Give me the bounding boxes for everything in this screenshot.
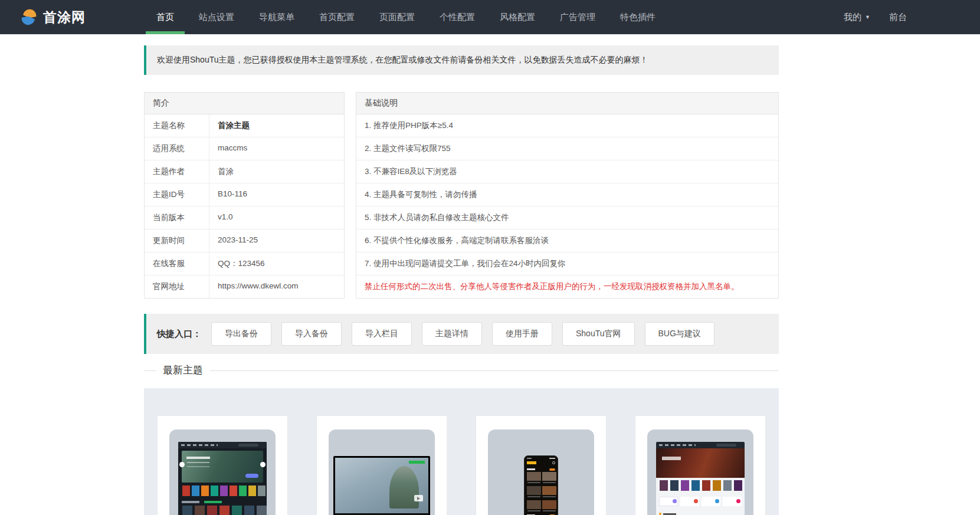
preview-video-player <box>333 456 430 515</box>
row-label: 主题名称 <box>145 114 209 137</box>
row-label: 在线客服 <box>145 252 209 275</box>
video-scene <box>335 458 428 513</box>
preview-section-label <box>182 501 199 503</box>
nav-item-page-config[interactable]: 页面配置 <box>367 0 427 34</box>
theme-card-video-player[interactable] <box>317 416 447 515</box>
table-row: 主题作者 首涂 <box>145 160 344 183</box>
row-value: v1.0 <box>209 206 241 229</box>
preview-menu-dashes <box>659 444 696 446</box>
preview-screenshot <box>329 429 435 515</box>
list-item: 7. 使用中出现问题请提交工单，我们会在24小时内回复你 <box>356 252 778 275</box>
carousel-dot <box>179 462 185 467</box>
preview-screenshot <box>656 442 745 515</box>
preview-poster-strip <box>182 486 263 497</box>
theme-card-light-desktop[interactable] <box>635 416 765 515</box>
list-item: 4. 主题具备可复制性，请勿传播 <box>356 183 778 206</box>
list-item: 2. 主题文件读写权限755 <box>356 137 778 160</box>
table-row: 官网地址 https://www.dkewl.com <box>145 275 344 298</box>
import-backup-button[interactable]: 导入备份 <box>281 322 342 346</box>
table-row: 主题ID号 B10-116 <box>145 183 344 206</box>
row-value: 2023-11-25 <box>209 229 266 252</box>
navbar-right: 我的 ▼ 前台 <box>834 0 916 34</box>
preview-search-pill <box>716 444 736 447</box>
theme-card-mobile-dark[interactable] <box>476 416 606 515</box>
table-row: 在线客服 QQ：123456 <box>145 252 344 275</box>
poster-thumbs <box>660 480 668 491</box>
divider-line <box>144 370 156 371</box>
row-value-website: https://www.dkewl.com <box>209 275 307 298</box>
instructions-panel: 基础说明 1. 推荐使用PHP版本≥5.4 2. 主题文件读写权限755 3. … <box>356 92 779 298</box>
latest-themes-grid <box>144 388 779 515</box>
preview-phone <box>524 455 558 515</box>
phone-status-bar <box>527 458 555 459</box>
nav-item-ad-management[interactable]: 广告管理 <box>548 0 608 34</box>
main-nav: 首页 站点设置 导航菜单 首页配置 页面配置 个性配置 风格配置 广告管理 特色… <box>144 0 668 34</box>
export-backup-button[interactable]: 导出备份 <box>211 322 271 346</box>
logo-text: 首涂网 <box>43 8 86 27</box>
preview-poster-grid <box>182 506 263 515</box>
row-label: 主题作者 <box>145 160 209 183</box>
nav-item-style-config[interactable]: 风格配置 <box>487 0 548 34</box>
poster-thumbs <box>182 486 190 496</box>
preview-navbar <box>178 442 267 448</box>
play-overlay-icon <box>414 495 423 501</box>
nav-item-featured-plugins[interactable]: 特色插件 <box>608 0 668 34</box>
poster-thumbs <box>182 506 192 515</box>
preview-screenshot <box>488 429 594 515</box>
preview-section-header <box>659 513 742 515</box>
theme-details-button[interactable]: 主题详情 <box>422 322 482 346</box>
row-value: 首涂主题 <box>209 114 258 137</box>
nav-item-home-config[interactable]: 首页配置 <box>307 0 367 34</box>
preview-poster-strip <box>659 480 742 492</box>
my-dropdown[interactable]: 我的 ▼ <box>834 0 880 34</box>
phone-logo <box>527 461 536 464</box>
intro-panel: 简介 主题名称 首涂主题 适用系统 maccms 主题作者 首涂 主题ID号 B… <box>144 92 345 298</box>
page: 首涂网 首页 站点设置 导航菜单 首页配置 页面配置 个性配置 风格配置 广告管… <box>0 0 980 515</box>
theme-preview-image <box>329 429 435 515</box>
section-dot-icon <box>659 513 661 515</box>
nav-item-personal-config[interactable]: 个性配置 <box>427 0 487 34</box>
nav-item-home[interactable]: 首页 <box>144 0 186 34</box>
welcome-notice: 欢迎使用ShouTu主题，您已获得授权使用本主题管理系统，在您配置或修改文件前请… <box>144 45 779 75</box>
front-site-link[interactable]: 前台 <box>880 0 916 34</box>
latest-themes-title: 最新主题 <box>163 363 203 378</box>
theme-preview-image <box>169 429 276 515</box>
row-label: 当前版本 <box>145 206 209 229</box>
theme-preview-image <box>488 429 594 515</box>
poster-thumbs <box>527 472 541 481</box>
list-item: 6. 不提供个性化修改服务，高端定制请联系客服洽谈 <box>356 229 778 252</box>
instructions-panel-title: 基础说明 <box>356 93 778 114</box>
theme-card-dark-desktop[interactable] <box>158 416 287 515</box>
table-row: 主题名称 首涂主题 <box>145 114 344 137</box>
more-tag <box>549 468 555 471</box>
welcome-notice-text: 欢迎使用ShouTu主题，您已获得授权使用本主题管理系统，在您配置或修改文件前请… <box>157 55 648 64</box>
table-row: 当前版本 v1.0 <box>145 206 344 229</box>
list-item: 3. 不兼容IE8及以下浏览器 <box>356 160 778 183</box>
poster-captions <box>527 482 540 483</box>
bug-suggestion-button[interactable]: BUG与建议 <box>645 322 714 346</box>
user-manual-button[interactable]: 使用手册 <box>492 322 552 346</box>
divider-line <box>210 370 779 371</box>
info-panels: 简介 主题名称 首涂主题 适用系统 maccms 主题作者 首涂 主题ID号 B… <box>144 92 779 298</box>
preview-hero-banner <box>182 451 263 483</box>
logo-icon <box>20 8 38 26</box>
quick-entry-bar: 快捷入口： 导出备份 导入备份 导入栏目 主题详情 使用手册 ShouTu官网 … <box>144 314 779 354</box>
logo[interactable]: 首涂网 <box>20 0 86 34</box>
nav-item-site-settings[interactable]: 站点设置 <box>186 0 247 34</box>
carousel-dot <box>260 462 266 467</box>
nav-item-nav-menu[interactable]: 导航菜单 <box>247 0 307 34</box>
preview-screenshot <box>178 442 267 515</box>
main-content: 欢迎使用ShouTu主题，您已获得授权使用本主题管理系统，在您配置或修改文件前请… <box>144 45 779 515</box>
preview-navbar <box>656 442 745 448</box>
info-card-icons <box>673 499 677 503</box>
shoutu-official-site-button[interactable]: ShouTu官网 <box>562 322 635 346</box>
preview-menu-dashes <box>181 444 218 446</box>
table-row: 更新时间 2023-11-25 <box>145 229 344 252</box>
phone-header <box>527 461 555 465</box>
video-watermark <box>409 461 425 464</box>
quick-entry-label: 快捷入口： <box>157 329 201 340</box>
chevron-down-icon: ▼ <box>865 14 870 20</box>
import-columns-button[interactable]: 导入栏目 <box>352 322 412 346</box>
row-value: B10-116 <box>209 183 255 206</box>
latest-themes-heading: 最新主题 <box>144 363 779 378</box>
